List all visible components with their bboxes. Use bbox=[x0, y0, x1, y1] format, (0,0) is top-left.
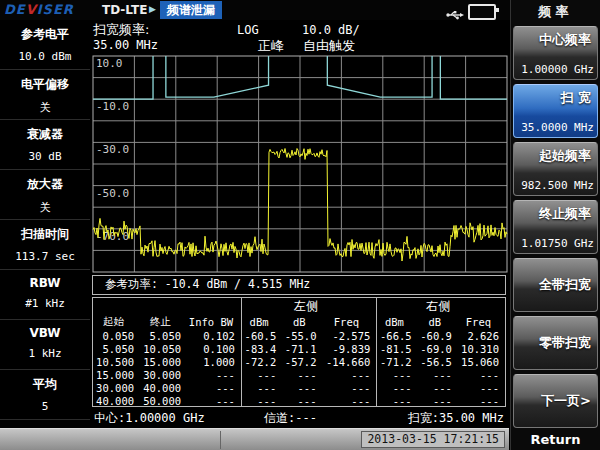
group-header-right: 右侧 bbox=[377, 298, 505, 315]
spectrum-chart: 10.0-10.0-30.0-50.0-70.0 bbox=[92, 55, 508, 273]
table-cell: --- bbox=[377, 381, 418, 394]
deviser-logo: DEVISER bbox=[4, 2, 74, 17]
table-cell: 50.000 bbox=[140, 394, 187, 407]
return-button[interactable]: Return bbox=[511, 432, 600, 447]
table-cell: --- bbox=[187, 381, 241, 394]
status-center-freq: 中心:1.00000 GHz bbox=[94, 410, 205, 427]
param-vbw: VBW 1 kHz bbox=[0, 320, 90, 370]
table-cell: 40.000 bbox=[93, 394, 140, 407]
param-amplifier: 放大器 关 bbox=[0, 170, 90, 220]
table-cell: -56.5 bbox=[418, 355, 458, 368]
table-cell: 15.000 bbox=[93, 368, 140, 381]
battery-icon bbox=[468, 4, 496, 20]
table-cell: 15.000 bbox=[140, 355, 187, 368]
table-row: 30.00040.000--------------------- bbox=[93, 381, 505, 394]
table-cell: 0.050 bbox=[93, 329, 140, 342]
softkey-full-span[interactable]: 全带扫宽 bbox=[513, 258, 598, 312]
scale-type-label: LOG bbox=[237, 23, 259, 37]
leakage-table-body: 0.0505.0500.102-60.5-55.0-2.575-66.5-60.… bbox=[93, 329, 505, 407]
table-cell: -69.0 bbox=[418, 342, 458, 355]
table-cell: 10.500 bbox=[93, 355, 140, 368]
table-col-header: Info BW bbox=[187, 315, 241, 329]
leakage-table: 左侧 右侧 起始终止Info BWdBmdBFreqdBmdBFreq 0.05… bbox=[92, 297, 506, 407]
table-cell: 5.050 bbox=[140, 329, 187, 342]
bottom-bar: 2013-03-15 17:21:15 bbox=[0, 428, 509, 450]
tab-spectrum-leakage[interactable]: 频谱泄漏 bbox=[160, 1, 222, 19]
table-cell: --- bbox=[282, 394, 322, 407]
spectrum-grid bbox=[93, 56, 507, 272]
table-col-header: Freq bbox=[322, 315, 376, 329]
table-cell: 1.000 bbox=[187, 355, 241, 368]
y-axis-label: -70.0 bbox=[96, 230, 129, 243]
breadcrumb[interactable]: TD-LTE bbox=[102, 3, 147, 17]
table-cell: 0.100 bbox=[187, 342, 241, 355]
table-cell: 40.000 bbox=[140, 381, 187, 394]
scale-value-label: 10.0 dB/ bbox=[302, 23, 360, 37]
table-cell: 30.000 bbox=[140, 368, 187, 381]
y-axis-label: 10.0 bbox=[96, 57, 123, 70]
table-cell: --- bbox=[377, 394, 418, 407]
sweep-freq-label: 扫宽频率: bbox=[93, 21, 149, 39]
y-axis-label: -30.0 bbox=[96, 143, 129, 156]
table-col-header: dBm bbox=[241, 315, 282, 329]
table-cell: --- bbox=[282, 368, 322, 381]
param-average: 平均 5 bbox=[0, 370, 90, 420]
table-cell: --- bbox=[187, 394, 241, 407]
table-col-header: dB bbox=[418, 315, 458, 329]
main-display: 扫宽频率: 35.00 MHz LOG 10.0 dB/ 正峰 自由触发 10.… bbox=[90, 20, 510, 428]
softkey-stop-freq[interactable]: 终止频率 1.01750 GHz bbox=[513, 200, 598, 254]
y-axis-label: -50.0 bbox=[96, 187, 129, 200]
table-row: 10.50015.0001.000-72.2-57.2-14.660-71.2-… bbox=[93, 355, 505, 368]
table-cell: --- bbox=[282, 381, 322, 394]
softkey-menu-title: 频率 bbox=[511, 0, 600, 24]
table-cell: 2.626 bbox=[458, 329, 505, 342]
table-cell: -83.4 bbox=[241, 342, 282, 355]
table-group-row: 左侧 右侧 bbox=[93, 298, 505, 315]
status-channel: 信道:--- bbox=[264, 410, 317, 427]
table-cell: --- bbox=[187, 368, 241, 381]
ref-power-readout: 参考功率: -10.4 dBm / 4.515 MHz bbox=[92, 275, 506, 295]
softkey-next-page[interactable]: 下一页> bbox=[513, 374, 598, 428]
softkey-start-freq[interactable]: 起始频率 982.500 MHz bbox=[513, 142, 598, 196]
parameter-panel: 参考电平 10.0 dBm 电平偏移 关 衰减器 30 dB 放大器 关 扫描时… bbox=[0, 20, 90, 428]
softkey-panel: 频率 中心频率 1.00000 GHz 扫 宽 35.0000 MHz 起始频率… bbox=[510, 0, 600, 450]
sweep-freq-value: 35.00 MHz bbox=[93, 38, 158, 52]
table-cell: 0.102 bbox=[187, 329, 241, 342]
table-cell: -57.2 bbox=[282, 355, 322, 368]
spectrum-analyzer-screen: DEVISER TD-LTE ▶ 频谱泄漏 参考电平 10.0 dBm 电平偏移… bbox=[0, 0, 600, 450]
table-row: 0.0505.0500.102-60.5-55.0-2.575-66.5-60.… bbox=[93, 329, 505, 342]
table-cell: --- bbox=[322, 381, 376, 394]
table-cell: 30.000 bbox=[93, 381, 140, 394]
table-cell: -14.660 bbox=[322, 355, 376, 368]
table-cell: --- bbox=[458, 381, 505, 394]
table-cell: --- bbox=[458, 394, 505, 407]
softkey-zero-span[interactable]: 零带扫宽 bbox=[513, 316, 598, 370]
softkey-span[interactable]: 扫 宽 35.0000 MHz bbox=[513, 84, 598, 138]
param-ref-level: 参考电平 10.0 dBm bbox=[0, 20, 90, 70]
table-cell: 10.050 bbox=[140, 342, 187, 355]
limit-line bbox=[327, 56, 432, 97]
table-cell: --- bbox=[322, 394, 376, 407]
table-col-header: 起始 bbox=[93, 315, 140, 329]
table-cell: -9.839 bbox=[322, 342, 376, 355]
trigger-label: 自由触发 bbox=[303, 37, 355, 55]
datetime-display: 2013-03-15 17:21:15 bbox=[361, 431, 505, 448]
table-cell: --- bbox=[458, 368, 505, 381]
param-level-offset: 电平偏移 关 bbox=[0, 70, 90, 120]
table-cell: 10.310 bbox=[458, 342, 505, 355]
table-cell: -81.5 bbox=[377, 342, 418, 355]
param-attenuator: 衰减器 30 dB bbox=[0, 120, 90, 170]
softkey-center-freq[interactable]: 中心频率 1.00000 GHz bbox=[513, 26, 598, 80]
table-cell: --- bbox=[241, 368, 282, 381]
table-row: 40.00050.000--------------------- bbox=[93, 394, 505, 407]
table-cell: 15.060 bbox=[458, 355, 505, 368]
bottom-bar-divider bbox=[220, 431, 221, 449]
param-rbw: RBW #1 kHz bbox=[0, 270, 90, 320]
breadcrumb-arrow-icon: ▶ bbox=[149, 4, 156, 14]
table-col-header: dB bbox=[282, 315, 322, 329]
group-header-left: 左侧 bbox=[241, 298, 376, 315]
table-cell: -60.9 bbox=[418, 329, 458, 342]
table-cell: --- bbox=[322, 368, 376, 381]
table-cell: --- bbox=[418, 381, 458, 394]
table-col-header: 终止 bbox=[140, 315, 187, 329]
